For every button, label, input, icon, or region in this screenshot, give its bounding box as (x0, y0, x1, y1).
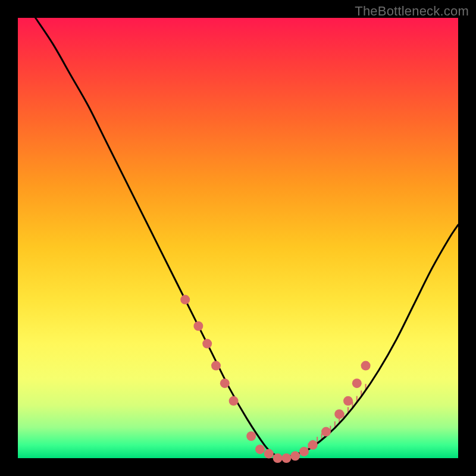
bottleneck-curve-svg (0, 0, 476, 476)
marker-dot (202, 339, 212, 349)
marker-dot (308, 440, 318, 450)
marker-dot (255, 444, 265, 454)
marker-dot (220, 378, 230, 388)
marker-dot (264, 449, 274, 459)
marker-dot (180, 295, 190, 305)
marker-dot (193, 321, 203, 331)
marker-dot (290, 451, 300, 461)
watermark-text: TheBottleneck.com (355, 4, 469, 19)
marker-dot (352, 378, 362, 388)
marker-dot (281, 453, 291, 463)
marker-dot (229, 396, 239, 406)
chart-frame: TheBottleneck.com (0, 0, 476, 476)
marker-dot (343, 396, 353, 406)
marker-dot (361, 361, 371, 371)
highlighted-points (180, 295, 370, 463)
marker-dot (211, 361, 221, 371)
marker-dot (299, 447, 309, 456)
bottleneck-curve (36, 18, 458, 458)
marker-dot (273, 453, 283, 463)
marker-dot (246, 431, 256, 441)
marker-dot (321, 427, 331, 437)
marker-dot (334, 409, 344, 419)
